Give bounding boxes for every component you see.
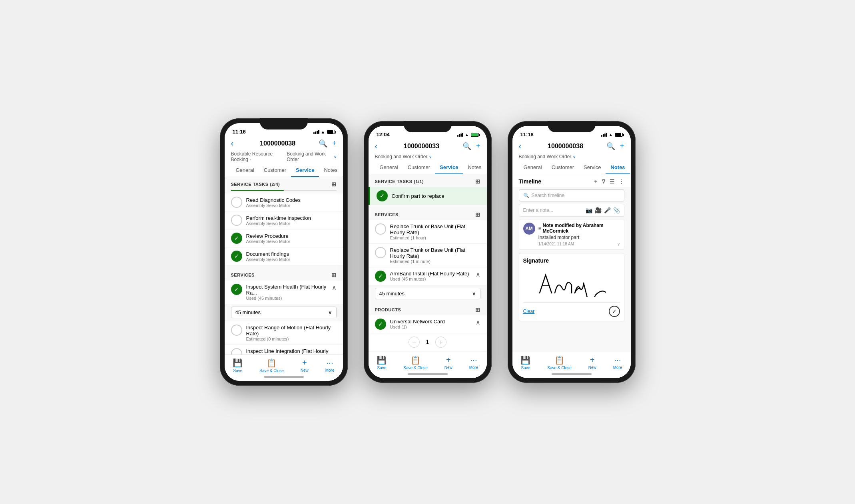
tab-customer-3[interactable]: Customer bbox=[547, 161, 579, 174]
sub-nav-3: Booking and Work Order ∨ bbox=[512, 154, 631, 161]
back-btn-2[interactable]: ‹ bbox=[375, 141, 378, 151]
save-btn-2[interactable]: 💾 Save bbox=[377, 355, 387, 370]
home-bar-2 bbox=[408, 373, 448, 375]
save-btn-1[interactable]: 💾 Save bbox=[233, 358, 243, 373]
expand-icon-2-p1[interactable]: ∧ bbox=[476, 319, 480, 326]
timeline-filter-icon-3[interactable]: ⊽ bbox=[602, 178, 606, 185]
attach-icon-3[interactable]: 📎 bbox=[613, 207, 620, 213]
dropdown-arrow-3[interactable]: ∨ bbox=[573, 155, 576, 159]
nav-title-3: 1000000038 bbox=[524, 143, 606, 150]
task-item-2-1[interactable]: ✓ Confirm part to replace bbox=[369, 187, 487, 205]
service-name-2-1: Replace Trunk or Base Unit (Flat Hourly … bbox=[390, 223, 480, 235]
home-bar-3 bbox=[552, 373, 592, 375]
signature-section-3: Signature bbox=[519, 253, 624, 321]
tab-service-3[interactable]: Service bbox=[579, 161, 606, 174]
add-icon-1[interactable]: + bbox=[332, 139, 337, 148]
more-label-1: More bbox=[325, 368, 335, 373]
scene: 11:16 ▲ bbox=[204, 102, 652, 402]
note-expand-icon-3[interactable]: ∨ bbox=[617, 242, 620, 246]
qty-minus-2[interactable]: − bbox=[409, 337, 420, 348]
signature-area-3[interactable] bbox=[523, 267, 620, 299]
save-btn-3[interactable]: 💾 Save bbox=[520, 355, 530, 370]
more-btn-3[interactable]: ··· More bbox=[613, 355, 622, 370]
time-dropdown-1-1: ∨ bbox=[328, 309, 332, 315]
search-icon-1[interactable]: 🔍 bbox=[319, 139, 327, 148]
section-tasks-icon-2[interactable]: ⊞ bbox=[475, 178, 480, 185]
save-icon-3: 💾 bbox=[520, 355, 530, 365]
back-btn-1[interactable]: ‹ bbox=[231, 139, 234, 148]
note-input-3[interactable]: Enter a note... 📷 🎥 🎤 📎 bbox=[519, 204, 624, 217]
sub-nav-title-3: Booking and Work Order bbox=[519, 154, 572, 159]
content-3: Timeline + ⊽ ☰ ⋮ 🔍 Search timeline bbox=[512, 174, 631, 370]
tab-general-3[interactable]: General bbox=[519, 161, 547, 174]
more-btn-2[interactable]: ··· More bbox=[469, 355, 478, 370]
add-icon-2[interactable]: + bbox=[476, 142, 480, 151]
tab-notes-3[interactable]: Notes bbox=[606, 161, 630, 174]
task-item-1-4[interactable]: ✓ Document findings Assembly Servo Motor bbox=[225, 247, 343, 265]
section-tasks-icon-1[interactable]: ⊞ bbox=[331, 181, 337, 187]
service-item-1-1[interactable]: ✓ Inspect System Health (Flat Hourly Ra.… bbox=[225, 281, 343, 304]
back-btn-3[interactable]: ‹ bbox=[519, 141, 522, 151]
camera-icon-3[interactable]: 📷 bbox=[586, 207, 592, 213]
tab-service-2[interactable]: Service bbox=[435, 161, 463, 174]
section-products-icon-2[interactable]: ⊞ bbox=[475, 307, 480, 313]
new-btn-2[interactable]: + New bbox=[444, 355, 452, 370]
save-close-icon-3: 📋 bbox=[554, 355, 564, 365]
signal-2 bbox=[457, 133, 463, 137]
task-item-1-3[interactable]: ✓ Review Procedure Assembly Servo Motor bbox=[225, 229, 343, 247]
save-close-btn-2[interactable]: 📋 Save & Close bbox=[403, 355, 428, 370]
service-item-2-3[interactable]: ✓ ArmBand Install (Flat Hourly Rate) Use… bbox=[369, 267, 487, 285]
bar2-3 bbox=[603, 134, 604, 137]
clear-btn-3[interactable]: Clear bbox=[523, 309, 535, 314]
section-services-icon-2[interactable]: ⊞ bbox=[475, 211, 480, 218]
timeline-view-icon-3[interactable]: ☰ bbox=[610, 178, 615, 185]
timeline-more-icon-3[interactable]: ⋮ bbox=[619, 178, 624, 185]
add-icon-3[interactable]: + bbox=[620, 142, 624, 151]
save-icon-2: 💾 bbox=[377, 355, 387, 365]
expand-icon-2-3[interactable]: ∧ bbox=[476, 271, 480, 278]
expand-icon-1-1[interactable]: ∧ bbox=[332, 284, 337, 291]
video-icon-3[interactable]: 🎥 bbox=[595, 207, 602, 213]
search-icon-3[interactable]: 🔍 bbox=[606, 142, 615, 151]
save-close-btn-3[interactable]: 📋 Save & Close bbox=[547, 355, 572, 370]
service-item-2-2[interactable]: Replace Trunk or Base Unit (Flat Hourly … bbox=[369, 244, 487, 267]
tab-customer-1[interactable]: Customer bbox=[259, 164, 291, 177]
product-sub-2-1: Used (1) bbox=[390, 325, 472, 329]
new-btn-3[interactable]: + New bbox=[588, 355, 596, 370]
tab-notes-1[interactable]: Notes bbox=[319, 164, 342, 177]
tab-general-2[interactable]: General bbox=[375, 161, 403, 174]
tab-customer-2[interactable]: Customer bbox=[403, 161, 435, 174]
time-select-2-3[interactable]: 45 minutes ∨ bbox=[375, 288, 480, 299]
note-author-3: Note modified by Abraham McCormick bbox=[543, 223, 620, 234]
search-timeline-3[interactable]: 🔍 Search timeline bbox=[519, 189, 624, 201]
save-close-btn-1[interactable]: 📋 Save & Close bbox=[259, 358, 284, 373]
bar4-2 bbox=[462, 133, 463, 137]
service-check-1-2 bbox=[231, 325, 242, 336]
service-info-1-2: Inspect Range of Motion (Flat Hourly Rat… bbox=[246, 325, 337, 341]
qty-plus-2[interactable]: + bbox=[435, 337, 446, 348]
tab-notes-2[interactable]: Notes bbox=[463, 161, 486, 174]
more-btn-1[interactable]: ··· More bbox=[325, 358, 335, 373]
tabs-1: General Customer Service Notes bbox=[225, 164, 343, 177]
new-btn-1[interactable]: + New bbox=[301, 358, 309, 373]
service-item-2-1[interactable]: Replace Trunk or Base Unit (Flat Hourly … bbox=[369, 220, 487, 244]
task-item-1-1[interactable]: Read Diagnostic Codes Assembly Servo Mot… bbox=[225, 193, 343, 211]
battery-1 bbox=[327, 130, 335, 134]
time-select-1-1[interactable]: 45 minutes ∨ bbox=[231, 307, 337, 318]
product-item-2-1[interactable]: ✓ Universal Network Card Used (1) ∧ bbox=[369, 315, 487, 333]
tab-service-1[interactable]: Service bbox=[291, 164, 319, 177]
search-icon-2[interactable]: 🔍 bbox=[462, 142, 471, 151]
dropdown-arrow-1[interactable]: ∨ bbox=[334, 155, 337, 159]
bar1-2 bbox=[457, 135, 458, 137]
confirm-btn-3[interactable]: ✓ bbox=[609, 306, 620, 317]
content-1: SERVICE TASKS (2/4) ⊞ Read Diagnostic Co… bbox=[225, 177, 343, 373]
service-item-1-2[interactable]: Inspect Range of Motion (Flat Hourly Rat… bbox=[225, 321, 343, 345]
task-item-1-2[interactable]: Perform real-time inspection Assembly Se… bbox=[225, 211, 343, 229]
mic-icon-3[interactable]: 🎤 bbox=[604, 207, 611, 213]
new-label-3: New bbox=[588, 365, 596, 370]
tab-general-1[interactable]: General bbox=[231, 164, 259, 177]
timeline-add-icon-3[interactable]: + bbox=[594, 178, 597, 185]
nav-title-1: 1000000038 bbox=[237, 140, 319, 147]
dropdown-arrow-2[interactable]: ∨ bbox=[429, 155, 432, 159]
section-services-icon-1[interactable]: ⊞ bbox=[331, 272, 337, 278]
